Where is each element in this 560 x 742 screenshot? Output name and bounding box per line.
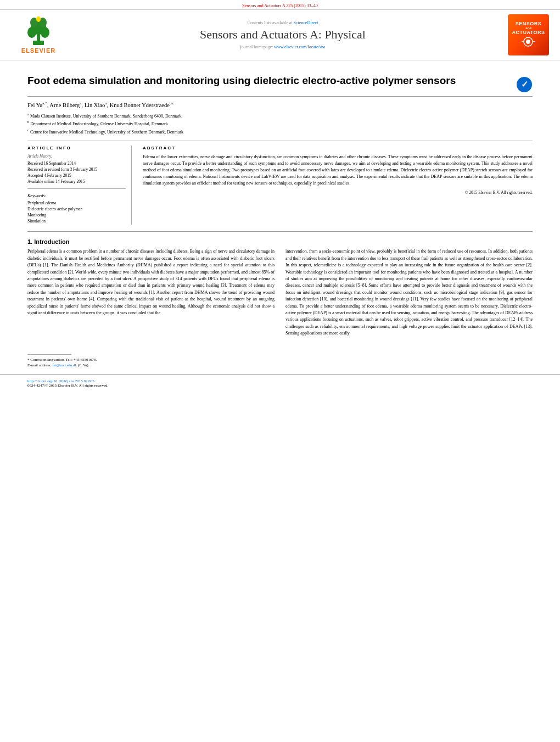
- keywords-heading: Keywords:: [27, 193, 126, 198]
- sciencedirect-line: Contents lists available at ScienceDirec…: [66, 20, 500, 25]
- article-info-abstract-section: ARTICLE INFO Article history: Received 1…: [27, 141, 533, 225]
- footnote-email-link[interactable]: fei@mci.sdu.dk: [53, 363, 77, 367]
- journal-citation-bar: Sensors and Actuators A 225 (2015) 33–40: [0, 0, 560, 9]
- body-left-col: Peripheral edema is a common problem in …: [27, 248, 275, 340]
- svg-rect-0: [33, 41, 44, 45]
- history-online: Available online 14 February 2015: [27, 179, 126, 184]
- journal-citation-text: Sensors and Actuators A 225 (2015) 33–40: [242, 3, 317, 8]
- footnote-email-line: E-mail address: fei@mci.sdu.dk (F. Yu).: [27, 362, 533, 369]
- affiliation-c: c Centre for Innovative Medical Technolo…: [27, 127, 533, 136]
- authors-line: Fei Yua,*, Arne Bilberga, Lin Xiaoa, Knu…: [27, 101, 533, 108]
- sensors-actuators-badge: SENSORS and ACTUATORS: [508, 14, 549, 55]
- article-info-column: ARTICLE INFO Article history: Received 1…: [27, 146, 132, 225]
- footnote-star: * Corresponding author. Tel.: +45 655016…: [27, 357, 533, 363]
- crossmark-icon: ✓: [516, 76, 533, 93]
- svg-point-4: [41, 27, 49, 38]
- abstract-heading: ABSTRACT: [143, 146, 533, 150]
- history-revised: Received in revised form 3 February 2015: [27, 167, 126, 172]
- footnote-section: * Corresponding author. Tel.: +45 655016…: [0, 352, 560, 369]
- main-content: Foot edema simulation and monitoring usi…: [0, 60, 560, 352]
- body-two-columns: Peripheral edema is a common problem in …: [27, 248, 533, 340]
- copyright-line: © 2015 Elsevier B.V. All rights reserved…: [143, 190, 533, 195]
- affiliations: a Mads Clausen Institute, University of …: [27, 111, 533, 136]
- history-accepted: Accepted 4 February 2015: [27, 173, 126, 178]
- abstract-column: ABSTRACT Edema of the lower extremities,…: [143, 146, 533, 225]
- history-received: Received 16 September 2014: [27, 161, 126, 166]
- abstract-text: Edema of the lower extremities, nerve da…: [143, 154, 533, 187]
- footnote-divider: [27, 354, 71, 355]
- svg-rect-8: [37, 16, 40, 19]
- sensors-badge-icon: [519, 35, 538, 49]
- journal-homepage-line: journal homepage: www.elsevier.com/locat…: [66, 44, 500, 49]
- intro-right-paragraph: intervention, from a socio-economic poin…: [285, 248, 533, 337]
- svg-text:✓: ✓: [521, 80, 528, 89]
- footer-issn: 0924-4247/© 2015 Elsevier B.V. All right…: [27, 383, 533, 388]
- journal-title-area: Contents lists available at ScienceDirec…: [66, 20, 500, 49]
- keyword-0: Peripheral edema: [27, 200, 126, 205]
- article-info-heading: ARTICLE INFO: [27, 146, 126, 150]
- footer-doi[interactable]: http://dx.doi.org/10.1016/j.sna.2015.02.…: [27, 379, 533, 383]
- keyword-2: Monitoring: [27, 213, 126, 217]
- body-divider: [27, 231, 533, 232]
- elsevier-text: ELSEVIER: [21, 47, 55, 54]
- journal-title: Sensors and Actuators A: Physical: [66, 27, 500, 42]
- page-footer: http://dx.doi.org/10.1016/j.sna.2015.02.…: [0, 374, 560, 390]
- keyword-1: Dielectric electro-active polymer: [27, 207, 126, 211]
- article-title-section: Foot edema simulation and monitoring usi…: [27, 74, 533, 97]
- affiliation-a: a Mads Clausen Institute, University of …: [27, 111, 533, 120]
- svg-point-3: [27, 27, 36, 38]
- sciencedirect-link[interactable]: ScienceDirect: [294, 20, 318, 25]
- elsevier-tree-icon: [22, 16, 55, 46]
- article-history-label: Article history:: [27, 154, 126, 159]
- affiliation-b: b Department of Medical Endocrinology, O…: [27, 119, 533, 127]
- body-right-col: intervention, from a socio-economic poin…: [285, 248, 533, 340]
- journal-header: ELSEVIER Contents lists available at Sci…: [0, 9, 560, 60]
- svg-point-10: [526, 40, 530, 44]
- info-divider: [27, 188, 126, 189]
- keyword-3: Simulation: [27, 219, 126, 224]
- intro-left-paragraph: Peripheral edema is a common problem in …: [27, 248, 275, 316]
- elsevier-logo-area: ELSEVIER: [11, 16, 66, 54]
- elsevier-logo: ELSEVIER: [21, 16, 55, 54]
- sensors-logo-area: SENSORS and ACTUATORS: [500, 14, 549, 55]
- journal-homepage-link[interactable]: www.elsevier.com/locate/sna: [274, 44, 325, 49]
- article-title: Foot edema simulation and monitoring usi…: [27, 74, 511, 88]
- section-1-heading: 1. Introduction: [27, 238, 533, 245]
